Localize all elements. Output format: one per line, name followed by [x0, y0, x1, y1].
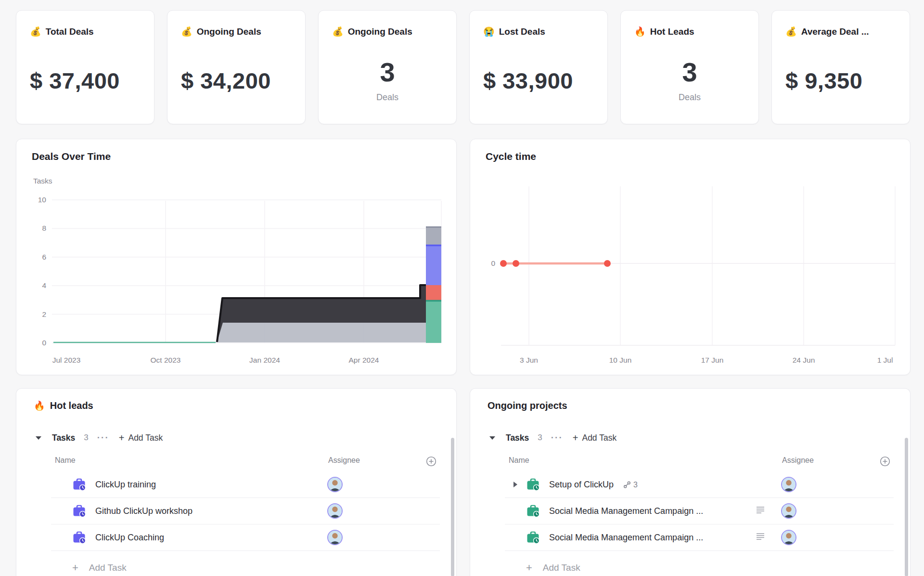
description-icon[interactable] [756, 507, 765, 516]
money-bag-icon: 💰 [181, 26, 192, 37]
assignee-avatar[interactable] [781, 503, 796, 519]
kpi-unit-label: Deals [621, 92, 758, 103]
assignee-avatar[interactable] [327, 503, 343, 519]
panel-scrollbar[interactable] [451, 438, 454, 576]
task-row[interactable]: ClickUp training [51, 471, 440, 498]
task-name[interactable]: ClickUp training [95, 480, 156, 490]
kpi-card-lost-deals[interactable]: 😭Lost Deals $ 33,900 [469, 10, 608, 124]
kpi-card-hot-leads[interactable]: 🔥Hot Leads 3 Deals [620, 10, 759, 124]
plus-icon: + [72, 562, 78, 574]
kpi-card-ongoing-deals-value[interactable]: 💰Ongoing Deals $ 34,200 [167, 10, 306, 124]
fire-icon: 🔥 [634, 26, 646, 37]
deals-over-time-chart[interactable]: Tasks 10 8 6 4 2 0 Jul 2023 [16, 139, 457, 376]
task-row[interactable]: Social Media Management Campaign ... [505, 524, 894, 551]
kpi-card-average-deal[interactable]: 💰Average Deal ... $ 9,350 [771, 10, 910, 124]
panel-title: 🔥 Hot leads [34, 400, 93, 411]
task-name[interactable]: ClickUp Coaching [95, 533, 164, 543]
assignee-avatar[interactable] [327, 477, 343, 492]
kpi-title: 💰Average Deal ... [785, 26, 902, 37]
task-row[interactable]: Social Media Management Campaign ... [505, 498, 894, 524]
silver-area-series [216, 323, 426, 342]
subtask-chip[interactable]: 3 [623, 480, 638, 489]
briefcase-task-icon [526, 479, 539, 491]
panel-title: Ongoing projects [488, 400, 567, 411]
money-bag-icon: 💰 [30, 26, 41, 37]
data-point[interactable] [604, 260, 611, 267]
cycle-time-chart[interactable]: 0 3 Jun 10 Jun 17 Jun 24 Jun 1 Jul [470, 139, 911, 376]
y-tick: 2 [42, 310, 46, 318]
data-point[interactable] [500, 260, 507, 267]
column-header-row: Name Assignee [470, 456, 910, 469]
assignee-avatar[interactable] [781, 530, 796, 545]
task-name[interactable]: Social Media Management Campaign ... [549, 533, 703, 543]
kpi-value: $ 37,400 [30, 67, 120, 94]
add-task-button[interactable]: + Add Task [119, 432, 163, 444]
collapse-caret-icon[interactable] [36, 436, 41, 440]
group-more-menu[interactable]: ··· [551, 432, 563, 443]
add-column-button[interactable] [426, 456, 436, 469]
panel-scrollbar[interactable] [905, 438, 908, 576]
column-header-name[interactable]: Name [55, 456, 76, 465]
kpi-value: $ 9,350 [785, 67, 862, 94]
bar-segment-red [426, 285, 441, 300]
subtask-icon [623, 481, 631, 488]
collapse-caret-icon[interactable] [489, 436, 495, 440]
kpi-title: 🔥Hot Leads [634, 26, 751, 37]
kpi-card-total-deals[interactable]: 💰Total Deals $ 37,400 [16, 10, 154, 124]
kpi-title-text: Ongoing Deals [348, 26, 412, 37]
task-row[interactable]: ClickUp Coaching [51, 524, 440, 551]
column-header-name[interactable]: Name [509, 456, 529, 465]
task-name[interactable]: Social Media Management Campaign ... [549, 506, 703, 516]
expand-caret-icon[interactable] [513, 482, 517, 487]
briefcase-task-icon [73, 505, 86, 517]
hot-leads-panel: 🔥 Hot leads Tasks 3 ··· + Add Task Name … [16, 388, 457, 576]
stacked-bar-jun-2024 [426, 226, 441, 343]
bar-segment-purple [426, 245, 441, 285]
group-name[interactable]: Tasks [506, 433, 529, 443]
person-photo-icon [782, 478, 796, 491]
kpi-value: $ 34,200 [181, 67, 271, 94]
task-name-wrap[interactable]: Setup of ClickUp 3 [549, 480, 638, 490]
add-task-footer-button[interactable]: + Add Task [51, 555, 440, 576]
add-task-button[interactable]: + Add Task [573, 432, 616, 444]
person-photo-icon [328, 478, 342, 491]
vertical-gridlines [529, 186, 895, 345]
assignee-avatar[interactable] [781, 477, 796, 492]
task-row[interactable]: Github ClickUp workshop [51, 498, 440, 524]
person-photo-icon [328, 504, 342, 518]
column-header-assignee[interactable]: Assignee [328, 456, 360, 465]
task-name[interactable]: Github ClickUp workshop [95, 506, 192, 516]
column-header-assignee[interactable]: Assignee [782, 456, 814, 465]
y-tick: 4 [42, 281, 46, 289]
assignee-avatar[interactable] [327, 530, 343, 545]
x-tick: Jan 2024 [249, 356, 280, 364]
kpi-card-ongoing-deals-count[interactable]: 💰Ongoing Deals 3 Deals [318, 10, 457, 124]
group-name[interactable]: Tasks [52, 433, 75, 443]
data-point[interactable] [513, 260, 519, 267]
add-task-footer-button[interactable]: + Add Task [505, 555, 894, 576]
kpi-title: 😭Lost Deals [483, 26, 600, 37]
briefcase-task-icon [73, 532, 86, 544]
x-tick: 24 Jun [793, 356, 815, 364]
kpi-title: 💰Ongoing Deals [332, 26, 449, 37]
add-task-label: Add Task [543, 563, 580, 573]
group-more-menu[interactable]: ··· [97, 432, 109, 443]
person-photo-icon [328, 531, 342, 544]
plus-icon: + [526, 562, 532, 574]
x-tick: 17 Jun [701, 356, 724, 364]
x-axis-ticks: 3 Jun 10 Jun 17 Jun 24 Jun 1 Jul [520, 356, 893, 364]
task-row[interactable]: Setup of ClickUp 3 [505, 471, 894, 498]
x-tick: Oct 2023 [151, 356, 181, 364]
description-icon[interactable] [756, 533, 765, 542]
kpi-unit-label: Deals [319, 92, 456, 103]
kpi-title-text: Average Deal ... [801, 26, 869, 37]
x-tick: Jul 2023 [52, 356, 81, 364]
add-column-button[interactable] [880, 456, 890, 469]
kpi-title: 💰Ongoing Deals [181, 26, 297, 37]
subtask-count: 3 [633, 480, 638, 489]
task-name[interactable]: Setup of ClickUp [549, 480, 614, 490]
plus-circle-icon [426, 456, 436, 467]
kpi-value: 3 [319, 59, 456, 86]
crying-face-icon: 😭 [483, 26, 495, 37]
kpi-value: $ 33,900 [483, 67, 573, 94]
